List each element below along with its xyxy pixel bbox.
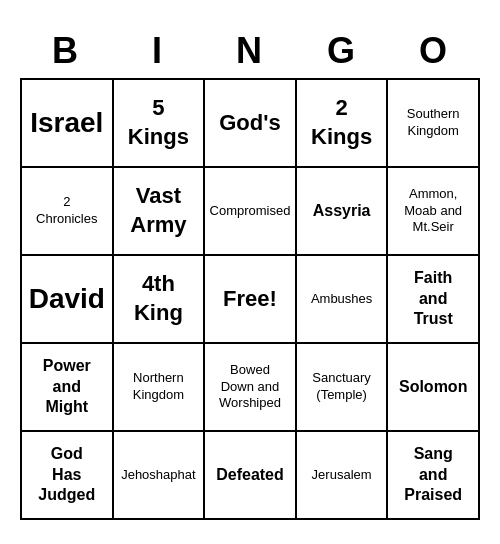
cell-text: Israel (30, 105, 103, 141)
cell-text: Ammon, Moab and Mt.Seir (404, 186, 462, 237)
bingo-cell[interactable]: Israel (22, 80, 114, 168)
bingo-cell[interactable]: God's (205, 80, 297, 168)
bingo-cell[interactable]: Jehoshaphat (114, 432, 206, 520)
cell-text: Faith and Trust (414, 268, 453, 330)
cell-text: Compromised (210, 203, 291, 220)
bingo-cell[interactable]: Compromised (205, 168, 297, 256)
bingo-cell[interactable]: David (22, 256, 114, 344)
cell-text: God's (219, 109, 280, 138)
cell-text: Jerusalem (312, 467, 372, 484)
cell-text: Assyria (313, 201, 371, 222)
bingo-cell[interactable]: Power and Might (22, 344, 114, 432)
cell-text: David (29, 281, 105, 317)
cell-text: Defeated (216, 465, 284, 486)
cell-text: 4th King (134, 270, 183, 327)
cell-text: Sang and Praised (404, 444, 462, 506)
cell-text: Vast Army (130, 182, 186, 239)
cell-text: 2 Kings (311, 94, 372, 151)
bingo-cell[interactable]: Southern Kingdom (388, 80, 480, 168)
cell-text: Power and Might (43, 356, 91, 418)
cell-text: Southern Kingdom (392, 106, 474, 140)
bingo-header: BINGO (20, 24, 480, 78)
bingo-cell[interactable]: Northern Kingdom (114, 344, 206, 432)
cell-text: Solomon (399, 377, 467, 398)
bingo-grid: Israel5 KingsGod's2 KingsSouthern Kingdo… (20, 78, 480, 520)
bingo-cell[interactable]: Vast Army (114, 168, 206, 256)
bingo-cell[interactable]: Jerusalem (297, 432, 389, 520)
cell-text: Sanctuary (Temple) (312, 370, 371, 404)
bingo-cell[interactable]: Defeated (205, 432, 297, 520)
cell-text: Free! (223, 286, 277, 312)
bingo-cell[interactable]: Free! (205, 256, 297, 344)
cell-text: God Has Judged (38, 444, 95, 506)
bingo-cell[interactable]: Ambushes (297, 256, 389, 344)
header-letter: O (388, 24, 480, 78)
bingo-cell[interactable]: Ammon, Moab and Mt.Seir (388, 168, 480, 256)
cell-text: Bowed Down and Worshiped (219, 362, 281, 413)
bingo-cell[interactable]: 2 Kings (297, 80, 389, 168)
bingo-cell[interactable]: Assyria (297, 168, 389, 256)
header-letter: N (204, 24, 296, 78)
bingo-cell[interactable]: Faith and Trust (388, 256, 480, 344)
bingo-cell[interactable]: 2 Chronicles (22, 168, 114, 256)
header-letter: G (296, 24, 388, 78)
header-letter: B (20, 24, 112, 78)
cell-text: Ambushes (311, 291, 372, 308)
bingo-cell[interactable]: 4th King (114, 256, 206, 344)
bingo-cell[interactable]: 5 Kings (114, 80, 206, 168)
cell-text: 5 Kings (128, 94, 189, 151)
header-letter: I (112, 24, 204, 78)
bingo-cell[interactable]: God Has Judged (22, 432, 114, 520)
bingo-cell[interactable]: Bowed Down and Worshiped (205, 344, 297, 432)
cell-text: 2 Chronicles (36, 194, 97, 228)
cell-text: Northern Kingdom (133, 370, 184, 404)
bingo-cell[interactable]: Sang and Praised (388, 432, 480, 520)
bingo-cell[interactable]: Solomon (388, 344, 480, 432)
bingo-cell[interactable]: Sanctuary (Temple) (297, 344, 389, 432)
bingo-card: BINGO Israel5 KingsGod's2 KingsSouthern … (10, 14, 490, 530)
cell-text: Jehoshaphat (121, 467, 195, 484)
